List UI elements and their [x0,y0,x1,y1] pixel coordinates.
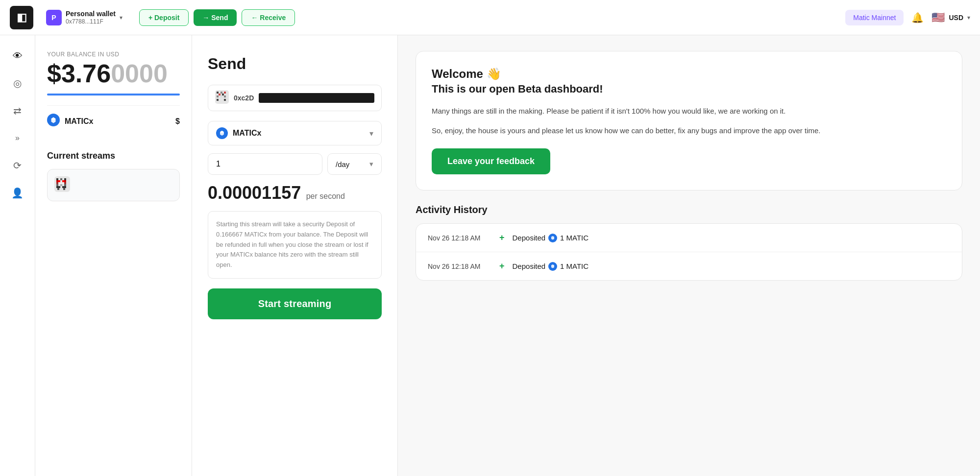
start-streaming-button[interactable]: Start streaming [208,288,382,319]
svg-rect-19 [57,188,59,190]
activity-date-2: Nov 26 12:18 AM [428,262,491,270]
rate-unit: per second [306,192,345,200]
send-title: Send [208,55,382,73]
svg-rect-25 [219,94,220,95]
sidebar-item-transfer[interactable]: ⇄ [7,100,28,121]
deposit-notice: Starting this stream will take a securit… [208,211,382,279]
svg-rect-12 [56,184,58,186]
svg-rect-6 [58,180,60,182]
svg-rect-30 [217,99,219,101]
svg-rect-14 [64,184,66,186]
svg-rect-31 [224,99,226,101]
token-amount: $ [175,117,180,126]
chevron-down-icon: ▾ [369,160,373,168]
welcome-subtitle: This is our open Beta dashboard! [432,83,946,95]
sidebar-item-profile[interactable]: 👤 [7,182,28,204]
currency-selector[interactable]: 🇺🇸 USD ▾ [931,11,970,24]
sidebar-item-coin[interactable]: ◎ [7,72,28,94]
welcome-card: Welcome 👋 This is our open Beta dashboar… [416,51,962,190]
svg-rect-20 [63,188,65,190]
chevron-down-icon: ▾ [967,14,970,21]
svg-rect-5 [56,180,58,182]
feedback-button[interactable]: Leave your feedback [432,148,550,174]
svg-rect-15 [56,186,58,188]
recipient-row: 0xc2D [208,85,382,111]
activity-section: Activity History Nov 26 12:18 AM + Depos… [416,204,962,281]
activity-plus-icon-1: + [499,233,505,243]
nav-right: Matic Mainnet 🔔 🇺🇸 USD ▾ [845,10,970,25]
svg-rect-24 [224,92,226,94]
stream-avatar [54,176,70,194]
send-button[interactable]: → Send [194,9,237,26]
token-logo-icon [216,127,228,139]
activity-title: Activity History [416,204,962,215]
sidebar-item-history[interactable]: ⟳ [7,155,28,176]
activity-row-2: Nov 26 12:18 AM + Deposited 1 MATIC [416,252,962,280]
amount-row: /day ▾ [208,153,382,175]
svg-rect-2 [56,178,58,180]
stream-card[interactable] [47,169,180,201]
streams-label: Current streams [47,151,180,161]
svg-rect-23 [220,92,222,94]
sidebar-item-more[interactable]: » [7,127,28,149]
rate-display: 0.00001157 per second [208,183,382,203]
logo: ◧ [10,6,33,29]
balance-label: YOUR BALANCE IN USD [47,51,180,58]
matic-icon-2 [548,262,557,271]
activity-desc-1: Deposited 1 MATIC [513,234,589,242]
svg-rect-16 [58,186,60,188]
period-select[interactable]: /day ▾ [327,153,382,175]
topnav: ◧ P Personal wallet 0x7788...111F ▾ + De… [0,0,980,35]
left-panel: YOUR BALANCE IN USD $3.760000 MATICx $ C… [35,35,192,476]
svg-rect-28 [220,95,222,97]
activity-desc-2: Deposited 1 MATIC [513,262,589,271]
rate-value: 0.00001157 [208,183,301,203]
balance-bar [47,94,180,95]
svg-rect-13 [60,184,62,186]
sidebar-item-eye[interactable]: 👁 [7,45,28,67]
chevron-down-icon: ▾ [369,129,373,138]
maticx-icon [47,114,60,129]
balance-amount: $3.760000 [47,60,180,88]
svg-rect-3 [60,178,62,180]
token-select-dropdown[interactable]: MATICx ▾ [208,121,382,145]
activity-card: Nov 26 12:18 AM + Deposited 1 MATIC Nov … [416,223,962,281]
svg-rect-18 [64,186,66,188]
wallet-name: Personal wallet [66,9,116,18]
svg-rect-27 [217,95,219,97]
send-form-panel: Send 0xc2D [192,35,398,476]
activity-plus-icon-2: + [499,261,505,271]
right-panel: Welcome 👋 This is our open Beta dashboar… [398,35,980,476]
receive-button[interactable]: ← Receive [242,9,295,26]
token-select-name: MATICx [233,129,261,138]
nav-actions: + Deposit → Send ← Receive [139,9,295,26]
welcome-title: Welcome 👋 [432,67,946,81]
svg-rect-10 [58,182,64,184]
recipient-prefix: 0xc2D [234,94,254,102]
network-selector[interactable]: Matic Mainnet [845,10,904,25]
svg-rect-26 [222,94,224,95]
recipient-address-redacted [259,93,374,103]
bell-icon[interactable]: 🔔 [911,12,924,24]
svg-rect-7 [62,180,64,182]
deposit-button[interactable]: + Deposit [139,9,189,26]
token-name: MATICx [65,117,93,126]
welcome-paragraph-1: Many things are still in the making. Ple… [432,105,946,117]
currency-label: USD [949,14,963,22]
recipient-avatar [215,90,229,106]
flag-icon: 🇺🇸 [931,11,945,24]
activity-date-1: Nov 26 12:18 AM [428,234,491,242]
svg-rect-11 [64,182,66,184]
avatar: P [46,10,62,25]
main-layout: YOUR BALANCE IN USD $3.760000 MATICx $ C… [35,35,980,476]
wallet-selector[interactable]: P Personal wallet 0x7788...111F ▾ [41,6,127,29]
wallet-address: 0x7788...111F [66,18,116,26]
svg-rect-9 [56,182,58,184]
activity-row: Nov 26 12:18 AM + Deposited 1 MATIC [416,224,962,252]
svg-rect-22 [217,92,219,94]
token-row: MATICx $ [47,105,180,137]
svg-rect-29 [224,95,226,97]
matic-icon-1 [548,234,557,242]
amount-input[interactable] [208,153,322,175]
svg-rect-4 [64,178,66,180]
